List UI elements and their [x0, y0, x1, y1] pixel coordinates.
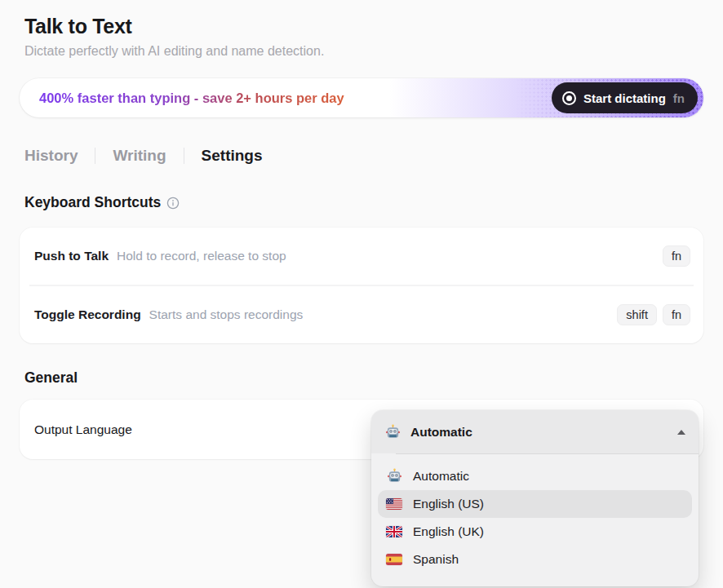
start-dictating-label: Start dictating [583, 91, 666, 105]
page-title: Talk to Text [24, 15, 699, 38]
option-label: English (US) [413, 497, 484, 511]
shortcut-description: Starts and stops recordings [149, 307, 304, 322]
tab-bar: History Writing Settings [24, 147, 699, 165]
robot-icon [384, 424, 401, 440]
us-flag-icon [386, 498, 402, 510]
spain-flag-icon [386, 554, 402, 565]
keyboard-shortcuts-header: Keyboard Shortcuts [24, 194, 699, 211]
output-language-select[interactable]: Automatic [371, 410, 699, 453]
tab-settings[interactable]: Settings [202, 147, 263, 165]
info-icon[interactable] [166, 197, 180, 210]
shortcut-row-push-to-talk[interactable]: Push to Talk Hold to record, release to … [20, 228, 703, 285]
option-english-us[interactable]: English (US) [378, 490, 692, 518]
record-icon [562, 91, 576, 105]
option-label: Automatic [413, 469, 469, 484]
keyboard-shortcuts-title: Keyboard Shortcuts [24, 194, 161, 211]
shortcut-description: Hold to record, release to stop [117, 249, 286, 263]
tab-divider [184, 148, 184, 164]
start-dictating-button[interactable]: Start dictating fn [552, 82, 698, 113]
key-badge-fn[interactable]: fn [663, 304, 690, 325]
option-spanish[interactable]: Spanish [378, 546, 692, 573]
option-english-uk[interactable]: English (UK) [378, 518, 692, 546]
option-label: Spanish [413, 552, 459, 567]
page-subtitle: Dictate perfectly with AI editing and na… [24, 44, 699, 59]
general-title: General [24, 369, 78, 387]
shortcut-label: Toggle Recording [34, 307, 141, 322]
shortcut-key-group: shift fn [617, 304, 690, 325]
key-badge-shift[interactable]: shift [617, 304, 657, 325]
output-language-options: Automatic [371, 454, 699, 586]
shortcut-row-toggle-recording[interactable]: Toggle Recording Starts and stops record… [20, 286, 703, 343]
uk-flag-icon [386, 526, 402, 537]
key-badge-fn[interactable]: fn [663, 245, 690, 267]
start-dictating-key-hint: fn [673, 91, 685, 105]
shortcut-key-group: fn [663, 245, 690, 267]
shortcuts-card: Push to Talk Hold to record, release to … [20, 228, 703, 343]
general-header: General [24, 369, 699, 387]
tab-divider [95, 148, 95, 164]
shortcut-label: Push to Talk [34, 249, 109, 263]
option-label: English (UK) [413, 524, 484, 539]
banner-message: 400% faster than typing - save 2+ hours … [39, 91, 344, 106]
output-language-dropdown: Automatic Automatic [371, 410, 699, 586]
output-language-selected-value: Automatic [410, 425, 472, 440]
option-automatic[interactable]: Automatic [378, 462, 692, 490]
tab-writing[interactable]: Writing [113, 147, 166, 165]
tab-history[interactable]: History [24, 147, 78, 165]
promo-banner: 400% faster than typing - save 2+ hours … [20, 78, 703, 117]
chevron-up-icon [677, 430, 685, 435]
output-language-label: Output Language [34, 422, 132, 437]
robot-icon [386, 468, 402, 484]
